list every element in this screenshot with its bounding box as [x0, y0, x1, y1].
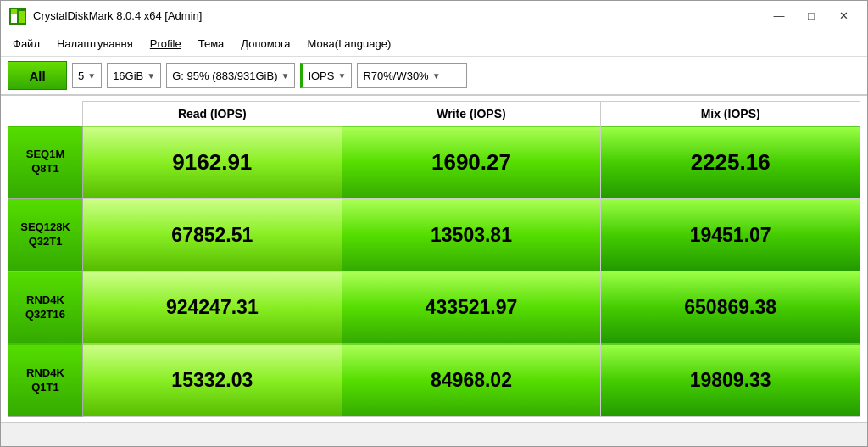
- value-3-write: 84968.02: [342, 344, 601, 416]
- all-button[interactable]: All: [8, 61, 67, 90]
- menu-theme[interactable]: Тема: [192, 35, 231, 53]
- drive-value: G: 95% (883/931GiB): [172, 70, 277, 82]
- value-3-mix: 19809.33: [601, 344, 860, 416]
- header-read: Read (IOPS): [83, 102, 342, 126]
- value-0-read: 9162.91: [83, 126, 342, 198]
- maximize-button[interactable]: □: [796, 4, 826, 28]
- row-0-read[interactable]: 9162.91: [83, 126, 342, 199]
- value-1-read: 67852.51: [83, 199, 342, 271]
- header-label: [8, 102, 83, 126]
- row-label-1: SEQ128KQ32T1: [8, 198, 83, 271]
- minimize-button[interactable]: —: [764, 4, 794, 28]
- count-value: 5: [78, 70, 84, 82]
- row-1-read[interactable]: 67852.51: [83, 198, 342, 271]
- header-mix: Mix (IOPS): [601, 102, 860, 126]
- table-row: SEQ1MQ8T19162.911690.272225.16: [8, 126, 860, 199]
- value-0-mix: 2225.16: [601, 126, 860, 198]
- table-row: SEQ128KQ32T167852.5113503.8119451.07: [8, 198, 860, 271]
- drive-arrow: ▼: [281, 71, 289, 81]
- size-dropdown[interactable]: 16GiB ▼: [107, 63, 161, 88]
- row-0-mix[interactable]: 2225.16: [601, 126, 860, 199]
- window-title: CrystalDiskMark 8.0.4 x64 [Admin]: [33, 9, 202, 22]
- mode-value: IOPS: [308, 70, 334, 82]
- toolbar: All 5 ▼ 16GiB ▼ G: 95% (883/931GiB) ▼ IO…: [1, 57, 867, 96]
- menu-settings[interactable]: Налаштування: [50, 35, 140, 53]
- profile-arrow: ▼: [432, 71, 441, 81]
- row-label-0: SEQ1MQ8T1: [8, 126, 83, 199]
- row-3-mix[interactable]: 19809.33: [601, 344, 860, 417]
- row-label-2: RND4KQ32T16: [8, 271, 83, 344]
- row-2-read[interactable]: 924247.31: [83, 271, 342, 344]
- row-3-write[interactable]: 84968.02: [342, 344, 601, 417]
- value-3-read: 15332.03: [83, 344, 342, 416]
- bottom-bar: [1, 422, 867, 446]
- menu-help[interactable]: Допомога: [234, 35, 297, 53]
- size-arrow: ▼: [147, 71, 155, 81]
- content-area: Read (IOPS) Write (IOPS) Mix (IOPS) SEQ1…: [1, 96, 867, 422]
- menu-bar: Файл Налаштування Profile Тема Допомога …: [1, 31, 867, 57]
- row-1-write[interactable]: 13503.81: [342, 198, 601, 271]
- value-2-mix: 650869.38: [601, 272, 860, 344]
- profile-dropdown[interactable]: R70%/W30% ▼: [357, 63, 467, 88]
- table-row: RND4KQ32T16924247.31433521.97650869.38: [8, 271, 860, 344]
- size-value: 16GiB: [113, 70, 143, 82]
- svg-rect-1: [11, 14, 17, 23]
- title-bar: CrystalDiskMark 8.0.4 x64 [Admin] — □ ✕: [1, 1, 867, 31]
- row-0-write[interactable]: 1690.27: [342, 126, 601, 199]
- mode-dropdown[interactable]: IOPS ▼: [300, 63, 352, 88]
- row-1-mix[interactable]: 19451.07: [601, 198, 860, 271]
- window-controls: — □ ✕: [764, 4, 859, 28]
- row-2-mix[interactable]: 650869.38: [601, 271, 860, 344]
- mode-arrow: ▼: [337, 71, 346, 81]
- drive-dropdown[interactable]: G: 95% (883/931GiB) ▼: [166, 63, 295, 88]
- app-icon: [9, 8, 26, 25]
- value-1-write: 13503.81: [342, 199, 601, 271]
- menu-language[interactable]: Мова(Language): [301, 35, 398, 53]
- main-window: CrystalDiskMark 8.0.4 x64 [Admin] — □ ✕ …: [0, 0, 868, 447]
- count-dropdown[interactable]: 5 ▼: [72, 63, 102, 88]
- value-2-write: 433521.97: [342, 272, 601, 344]
- svg-rect-3: [11, 9, 17, 14]
- svg-rect-2: [19, 11, 25, 23]
- value-2-read: 924247.31: [83, 272, 342, 344]
- results-table: Read (IOPS) Write (IOPS) Mix (IOPS) SEQ1…: [8, 101, 860, 417]
- value-0-write: 1690.27: [342, 126, 601, 198]
- menu-profile[interactable]: Profile: [143, 35, 188, 53]
- row-label-3: RND4KQ1T1: [8, 344, 83, 417]
- menu-file[interactable]: Файл: [6, 35, 47, 53]
- value-1-mix: 19451.07: [601, 199, 860, 271]
- profile-value: R70%/W30%: [363, 70, 428, 82]
- row-3-read[interactable]: 15332.03: [83, 344, 342, 417]
- close-button[interactable]: ✕: [828, 4, 859, 28]
- count-arrow: ▼: [87, 71, 96, 81]
- header-write: Write (IOPS): [342, 102, 601, 126]
- row-2-write[interactable]: 433521.97: [342, 271, 601, 344]
- title-bar-left: CrystalDiskMark 8.0.4 x64 [Admin]: [9, 8, 202, 25]
- table-row: RND4KQ1T115332.0384968.0219809.33: [8, 344, 860, 417]
